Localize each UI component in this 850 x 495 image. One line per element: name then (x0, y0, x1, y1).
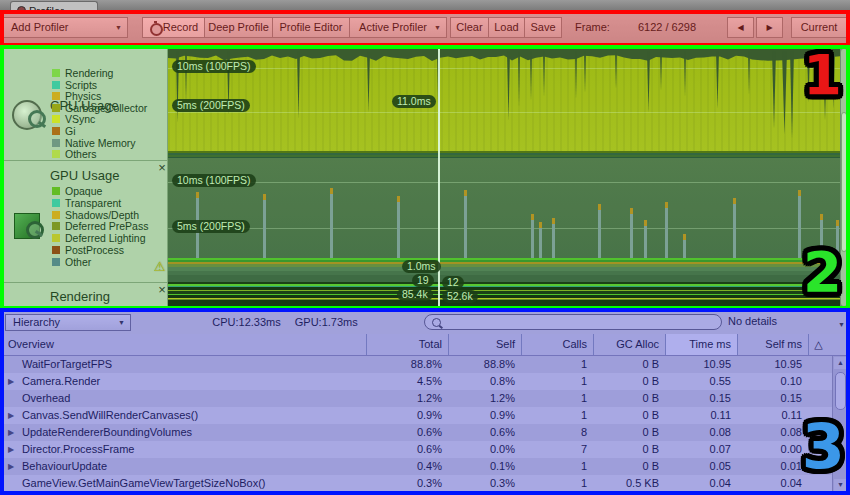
gpu-spike-tip (836, 220, 839, 226)
table-row-director-processframe[interactable]: ▶Director.ProcessFrame0.6%0.0%70 B0.070.… (4, 441, 832, 458)
gpu-spike-tip (263, 194, 266, 200)
table-row-gameview-getmaingameviewtargetsizenobox[interactable]: GameView.GetMainGameViewTargetSizeNoBox(… (4, 475, 832, 492)
cpu-gridline (168, 68, 840, 69)
legend-swatch (52, 211, 60, 219)
rendering-batches-right-badge: 12 (442, 276, 464, 289)
cell-time: 0.08 (651, 424, 731, 441)
tab-strip: Profiler (0, 0, 850, 12)
gpu-module-title[interactable]: GPU Usage (50, 168, 119, 183)
cell-selfms: 10.95 (722, 356, 802, 373)
chevron-down-icon: ▼ (434, 18, 441, 37)
expand-arrow-icon[interactable]: ▶ (8, 407, 14, 424)
table-row-waitfortargetfps[interactable]: WaitForTargetFPS88.8%88.8%10 B10.9510.95 (4, 356, 832, 373)
column-header-self[interactable]: Self (448, 334, 521, 355)
cpu-usage-icon (12, 98, 46, 132)
legend-label: Opaque (65, 185, 102, 197)
record-button[interactable]: Record (142, 17, 205, 38)
profile-editor-button[interactable]: Profile Editor (272, 17, 350, 38)
close-icon[interactable]: × (156, 284, 168, 296)
legend-swatch (52, 258, 60, 266)
expand-arrow-icon[interactable]: ▶ (8, 424, 14, 441)
gpu-frame-spike (552, 218, 555, 258)
rendering-module-title[interactable]: Rendering (50, 289, 110, 304)
cell-self: 88.8% (435, 356, 515, 373)
search-input[interactable] (424, 314, 722, 330)
gpu-frame-spike (630, 208, 633, 258)
cell-gc: 0.5 KB (579, 475, 659, 492)
gpu-spike-tip (531, 214, 534, 220)
next-frame-button[interactable]: ▶ (756, 17, 783, 38)
table-row-canvas-sendwillrendercanvases[interactable]: ▶Canvas.SendWillRenderCanvases()0.9%0.9%… (4, 407, 832, 424)
scroll-up-button[interactable]: ▲ (834, 357, 847, 369)
legend-label: Gi (65, 125, 76, 137)
expand-arrow-icon[interactable]: ▶ (8, 441, 14, 458)
cell-time: 0.05 (651, 458, 731, 475)
save-button[interactable]: Save (524, 17, 562, 38)
cell-selfms: 0.04 (722, 475, 802, 492)
cell-gc: 0 B (579, 441, 659, 458)
legend-swatch (52, 127, 60, 135)
chevron-down-icon: ▼ (118, 315, 125, 330)
deep-profile-button[interactable]: Deep Profile (204, 17, 273, 38)
profiler-modules-panel: CPU Usage RenderingScriptsPhysicsGarbage… (4, 47, 168, 308)
table-row-updaterendererboundingvolumes[interactable]: ▶UpdateRendererBoundingVolumes0.6%0.6%80… (4, 424, 832, 441)
legend-label: Rendering (65, 67, 113, 79)
cell-total: 1.2% (362, 390, 442, 407)
gpu-usage-chart[interactable] (168, 158, 840, 282)
frame-counter: 6122 / 6298 (622, 17, 712, 38)
current-frame-button[interactable]: Current (791, 17, 847, 38)
row-function-name: UpdateRendererBoundingVolumes (22, 424, 192, 441)
column-header-total[interactable]: Total (366, 334, 448, 355)
cell-calls: 8 (507, 424, 587, 441)
cpu-gridline (168, 112, 840, 113)
expand-arrow-icon[interactable]: ▶ (8, 373, 14, 390)
cell-total: 0.6% (362, 441, 442, 458)
legend-swatch (52, 69, 60, 77)
previous-frame-button[interactable]: ◀ (727, 17, 754, 38)
clear-button[interactable]: Clear (450, 17, 489, 38)
warning-icon[interactable]: ⚠ (154, 259, 166, 274)
cpu-usage-chart[interactable] (168, 47, 840, 158)
table-row-camera-render[interactable]: ▶Camera.Render4.5%0.8%10 B0.550.10 (4, 373, 832, 390)
add-profiler-dropdown[interactable]: Add Profiler ▼ (3, 17, 128, 38)
cell-time: 0.15 (651, 390, 731, 407)
column-header-calls[interactable]: Calls (521, 334, 593, 355)
warnings-column-header[interactable]: △ (808, 334, 828, 355)
cell-gc: 0 B (579, 458, 659, 475)
cell-selfms: 0.10 (722, 373, 802, 390)
profiler-toolbar: Add Profiler ▼ Record Deep Profile Profi… (0, 12, 850, 47)
legend-label: Shadows/Depth (65, 209, 139, 221)
active-profiler-dropdown[interactable]: Active Profiler ▼ (349, 17, 447, 38)
frame-time-summary: CPU:12.33msGPU:1.73ms (150, 316, 420, 328)
cell-total: 88.8% (362, 356, 442, 373)
charts-scrollbar-thumb[interactable] (841, 112, 847, 252)
gpu-spike-tip (598, 204, 601, 210)
gpu-spike-tip (665, 202, 668, 208)
expand-arrow-icon[interactable]: ▶ (8, 458, 14, 475)
rendering-chart-strip[interactable] (168, 282, 840, 308)
cell-gc: 0 B (579, 356, 659, 373)
column-header-gc-alloc[interactable]: GC Alloc (593, 334, 665, 355)
column-header-self-ms[interactable]: Self ms (737, 334, 808, 355)
details-mode-dropdown[interactable]: No details ▼ (728, 315, 845, 327)
gpu-time: GPU:1.73ms (295, 316, 358, 328)
chevron-down-icon: ▼ (838, 315, 845, 334)
hierarchy-mode-dropdown[interactable]: Hierarchy ▼ (5, 314, 131, 331)
column-header-overview[interactable]: Overview (8, 334, 54, 355)
cell-total: 4.5% (362, 373, 442, 390)
close-icon[interactable]: × (156, 162, 168, 174)
cell-gc: 0 B (579, 407, 659, 424)
table-row-behaviourupdate[interactable]: ▶BehaviourUpdate0.4%0.1%10 B0.050.01 (4, 458, 832, 475)
gpu-spike-tip (539, 222, 542, 228)
hierarchy-scrollbar-thumb[interactable] (835, 372, 846, 410)
gpu-selected-frame-time-badge: 1.0ms (402, 260, 441, 273)
tab-title: Profiler (29, 5, 64, 12)
column-header-time-ms[interactable]: Time ms (665, 334, 737, 355)
gpu-spike-tip (330, 188, 333, 194)
gpu-5ms-gridline-label: 5ms (200FPS) (172, 220, 250, 233)
cell-time: 0.11 (651, 407, 731, 424)
legend-label: Physics (65, 90, 101, 102)
tab-profiler[interactable]: Profiler (10, 1, 98, 12)
load-button[interactable]: Load (488, 17, 525, 38)
table-row-overhead[interactable]: Overhead1.2%1.2%10 B0.150.15 (4, 390, 832, 407)
